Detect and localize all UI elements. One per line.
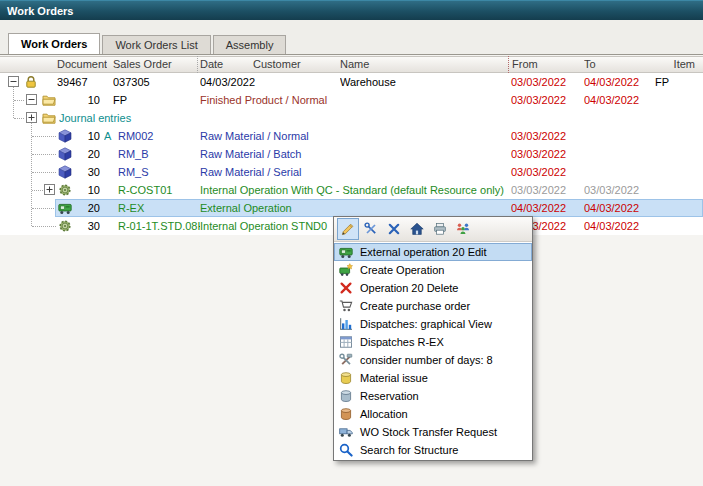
cell-from: 03/03/2022 <box>511 91 575 109</box>
menu-item-create-purchase-order[interactable]: Create purchase order <box>334 297 532 315</box>
people-icon <box>456 222 470 236</box>
grid-rows: 3946703730504/03/2022Warehouse03/03/2022… <box>0 73 703 235</box>
menu-item-label: Create purchase order <box>360 300 470 312</box>
column-header-name[interactable]: Name <box>340 57 420 72</box>
cell-date-text: Raw Material / Batch <box>200 145 506 163</box>
cell-to: 04/03/2022 <box>584 217 648 235</box>
menu-item-label: consider number of days: 8 <box>360 354 493 366</box>
tree-row-7[interactable]: 10R-COST01Internal Operation With QC - S… <box>0 181 703 199</box>
column-header-customer[interactable]: Customer <box>253 57 313 72</box>
cell-document: 39467 <box>57 73 105 91</box>
column-header-to[interactable]: To <box>584 57 638 72</box>
cell-item: FP <box>655 73 697 91</box>
x-red-icon <box>339 281 355 295</box>
cell-date-text: Raw Material / Serial <box>200 163 506 181</box>
cell-from: 04/03/2022 <box>511 199 575 217</box>
x-blue-icon <box>387 222 401 236</box>
cell-sales-order: RM_B <box>118 145 200 163</box>
expander-minus-icon[interactable] <box>26 94 37 105</box>
cell-sales-order: FP <box>113 91 195 109</box>
menu-item-dispatches-graphical-view[interactable]: Dispatches: graphical View <box>334 315 532 333</box>
menu-item-create-operation[interactable]: Create Operation <box>334 261 532 279</box>
column-header-document[interactable]: Document <box>57 57 107 72</box>
menu-item-allocation[interactable]: Allocation <box>334 405 532 423</box>
column-header-sales-order[interactable]: Sales Order <box>113 57 193 72</box>
grid-table-icon <box>339 335 355 349</box>
grid-header: DocumentSales OrderDateCustomerNameFromT… <box>0 56 703 73</box>
machine-icon <box>339 245 355 259</box>
menu-item-consider-number-of-days-8[interactable]: consider number of days: 8 <box>334 351 532 369</box>
cell-to: 03/03/2022 <box>584 181 648 199</box>
menu-item-label: Create Operation <box>360 264 444 276</box>
tree-row-1[interactable]: 3946703730504/03/2022Warehouse03/03/2022… <box>0 73 703 91</box>
tree-row-5[interactable]: 20RM_BRaw Material / Batch03/03/2022 <box>0 145 703 163</box>
delete-operation-button[interactable] <box>383 218 405 240</box>
window-titlebar: Work Orders <box>0 0 703 20</box>
machine-print-button[interactable] <box>429 218 451 240</box>
cell-sales-order: R-EX <box>118 199 200 217</box>
cell-document: 30 <box>55 217 100 235</box>
menu-item-reservation[interactable]: Reservation <box>334 387 532 405</box>
cell-sales-order: R-COST01 <box>118 181 200 199</box>
cylinder-yellow-icon <box>339 371 355 385</box>
column-header-from[interactable]: From <box>512 57 570 72</box>
operation-tools-button[interactable] <box>360 218 382 240</box>
cell-document: 10 <box>55 127 100 145</box>
column-header-item[interactable]: Item <box>645 57 695 72</box>
pencil-icon <box>341 222 355 236</box>
cell-document: 10 <box>55 91 100 109</box>
home-button[interactable] <box>406 218 428 240</box>
cell-free-text: Journal entries <box>59 109 279 127</box>
tab-assembly[interactable]: Assembly <box>213 35 287 54</box>
cell-date-text: Internal Operation With QC - Standard (d… <box>200 181 506 199</box>
column-divider <box>197 56 198 73</box>
menu-item-operation-20-delete[interactable]: Operation 20 Delete <box>334 279 532 297</box>
home-icon <box>410 222 424 236</box>
tools-icon <box>339 353 355 367</box>
cell-flag: A <box>104 127 116 145</box>
menu-item-label: Dispatches R-EX <box>360 336 444 348</box>
cylinder-orange-icon <box>339 407 355 421</box>
cell-to: 04/03/2022 <box>584 91 648 109</box>
cart-icon <box>339 299 355 313</box>
menu-item-external-operation-20-edit[interactable]: External operation 20 Edit <box>334 243 532 261</box>
edit-operation-button[interactable] <box>337 218 359 240</box>
menu-item-label: Allocation <box>360 408 408 420</box>
menu-item-dispatches-r-ex[interactable]: Dispatches R-EX <box>334 333 532 351</box>
tree-row-6[interactable]: 30RM_SRaw Material / Serial03/03/2022 <box>0 163 703 181</box>
expander-plus-icon[interactable] <box>26 112 37 123</box>
truck-icon <box>339 425 355 439</box>
tree-row-3[interactable]: Journal entries <box>0 109 703 127</box>
menu-item-wo-stock-transfer-request[interactable]: WO Stock Transfer Request <box>334 423 532 441</box>
cell-sales-order: R-01-1T.STD.08H <box>118 217 200 235</box>
search-icon <box>339 443 355 457</box>
tabs: Work OrdersWork Orders ListAssembly <box>8 33 288 54</box>
menu-item-material-issue[interactable]: Material issue <box>334 369 532 387</box>
lock-icon <box>24 75 38 89</box>
context-menu-toolbar <box>334 217 532 242</box>
cell-to: 04/03/2022 <box>584 73 648 91</box>
expander-plus-icon[interactable] <box>44 184 55 195</box>
expander-minus-icon[interactable] <box>8 76 19 87</box>
cell-from: 03/03/2022 <box>511 163 575 181</box>
menu-item-label: WO Stock Transfer Request <box>360 426 497 438</box>
menu-item-search-for-structure[interactable]: Search for Structure <box>334 441 532 459</box>
tree-row-2[interactable]: 10FPFinished Product / Normal03/03/20220… <box>0 91 703 109</box>
menu-item-label: Dispatches: graphical View <box>360 318 492 330</box>
tools-blue-icon <box>364 222 378 236</box>
menu-item-label: Reservation <box>360 390 419 402</box>
column-header-date[interactable]: Date <box>200 57 252 72</box>
printer-icon <box>433 222 447 236</box>
tree-row-8[interactable]: 20R-EXExternal Operation04/03/202204/03/… <box>0 199 703 217</box>
resources-button[interactable] <box>452 218 474 240</box>
tree-row-4[interactable]: 10RM002ARaw Material / Normal03/03/2022 <box>0 127 703 145</box>
folder-icon <box>42 93 56 107</box>
menu-item-label: Search for Structure <box>360 444 458 456</box>
tab-work-orders-list[interactable]: Work Orders List <box>102 35 210 54</box>
cell-from: 03/03/2022 <box>511 127 575 145</box>
cell-from: 03/03/2022 <box>511 145 575 163</box>
barchart-icon <box>339 317 355 331</box>
cell-date-text: External Operation <box>200 199 506 217</box>
cell-sales-order: RM002 <box>118 127 200 145</box>
tab-work-orders[interactable]: Work Orders <box>8 33 100 54</box>
